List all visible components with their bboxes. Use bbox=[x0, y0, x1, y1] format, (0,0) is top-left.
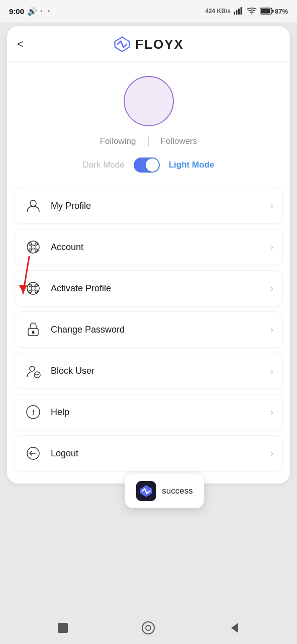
svg-marker-37 bbox=[231, 623, 238, 633]
menu-item-help[interactable]: ! Help › bbox=[14, 394, 283, 430]
svg-point-35 bbox=[142, 622, 154, 634]
change-password-label: Change Password bbox=[51, 325, 125, 335]
profile-section: Following Followers Dark Mode Light Mode bbox=[7, 62, 290, 188]
chevron-icon: › bbox=[270, 325, 273, 335]
toast-text: success bbox=[162, 486, 192, 496]
menu-item-account[interactable]: Account › bbox=[14, 229, 283, 265]
svg-point-14 bbox=[29, 249, 32, 252]
menu-item-logout[interactable]: Logout › bbox=[14, 435, 283, 471]
account-label: Account bbox=[51, 242, 83, 253]
lock-icon bbox=[24, 320, 43, 339]
svg-rect-3 bbox=[240, 7, 242, 15]
svg-rect-24 bbox=[33, 332, 34, 334]
svg-point-13 bbox=[35, 243, 38, 246]
chevron-icon: › bbox=[270, 407, 273, 418]
svg-point-18 bbox=[29, 284, 32, 287]
chevron-icon: › bbox=[270, 366, 273, 376]
followers-label[interactable]: Followers bbox=[149, 136, 210, 146]
svg-point-11 bbox=[31, 245, 35, 249]
battery-pct: 87% bbox=[275, 8, 288, 15]
chevron-icon: › bbox=[270, 242, 273, 253]
svg-point-15 bbox=[35, 249, 38, 252]
nav-back-button[interactable] bbox=[225, 619, 243, 637]
light-mode-label: Light Mode bbox=[169, 160, 215, 170]
battery-icon: 87% bbox=[260, 8, 288, 15]
menu-item-activate-profile[interactable]: Activate Profile › bbox=[14, 270, 283, 306]
menu-item-block-user[interactable]: Block User › bbox=[14, 353, 283, 389]
wifi-icon bbox=[247, 7, 257, 16]
block-user-label: Block User bbox=[51, 366, 94, 376]
chevron-icon: › bbox=[270, 448, 273, 459]
floyx-logo-icon bbox=[113, 35, 131, 53]
following-label[interactable]: Following bbox=[88, 136, 148, 146]
help-label: Help bbox=[51, 407, 69, 418]
svg-point-12 bbox=[29, 243, 32, 246]
mode-toggle-row: Dark Mode Light Mode bbox=[83, 157, 215, 173]
bottom-nav bbox=[0, 612, 297, 644]
page-wrapper: 9:00 🔊 · · 424 KB/s bbox=[0, 0, 297, 644]
status-dots: · · bbox=[40, 7, 51, 16]
toast-notification: success bbox=[125, 474, 204, 508]
menu-item-change-password[interactable]: Change Password › bbox=[14, 311, 283, 348]
block-user-icon bbox=[24, 361, 43, 380]
chevron-icon: › bbox=[270, 201, 273, 211]
mode-toggle-switch[interactable] bbox=[134, 157, 160, 173]
account-settings-icon bbox=[24, 237, 43, 257]
logo-container: FLOYX bbox=[113, 35, 184, 53]
status-icon: 🔊 bbox=[27, 7, 37, 16]
status-network: 424 KB/s bbox=[205, 8, 231, 15]
help-icon: ! bbox=[24, 403, 43, 422]
svg-rect-2 bbox=[238, 9, 240, 15]
chevron-icon: › bbox=[270, 283, 273, 294]
svg-rect-7 bbox=[272, 10, 273, 13]
svg-point-36 bbox=[146, 625, 151, 630]
back-button[interactable]: < bbox=[17, 38, 24, 51]
menu-list: My Profile › bbox=[7, 188, 290, 484]
main-card: < bbox=[7, 26, 290, 484]
svg-rect-0 bbox=[234, 12, 235, 15]
svg-rect-6 bbox=[260, 9, 270, 14]
avatar bbox=[124, 76, 174, 126]
app-title: FLOYX bbox=[135, 37, 184, 52]
my-profile-label: My Profile bbox=[51, 201, 91, 211]
person-icon bbox=[24, 196, 43, 215]
toggle-knob bbox=[146, 158, 159, 172]
app-header: < bbox=[7, 26, 290, 62]
activate-profile-label: Activate Profile bbox=[51, 283, 111, 294]
status-time: 9:00 bbox=[9, 7, 24, 16]
logout-label: Logout bbox=[51, 448, 78, 459]
svg-point-4 bbox=[251, 13, 252, 14]
svg-rect-34 bbox=[58, 623, 68, 633]
toast-app-icon bbox=[136, 481, 156, 501]
svg-rect-1 bbox=[236, 10, 237, 15]
follow-row: Following Followers bbox=[88, 136, 210, 146]
menu-item-my-profile[interactable]: My Profile › bbox=[14, 188, 283, 224]
svg-point-21 bbox=[35, 290, 38, 293]
dark-mode-label: Dark Mode bbox=[83, 160, 125, 170]
svg-text:!: ! bbox=[32, 409, 35, 417]
activate-profile-icon bbox=[24, 279, 43, 298]
nav-square-button[interactable] bbox=[54, 619, 72, 637]
signal-bars-icon bbox=[234, 7, 244, 16]
nav-home-button[interactable] bbox=[139, 619, 157, 637]
svg-point-20 bbox=[29, 290, 32, 293]
svg-point-17 bbox=[31, 286, 35, 290]
svg-point-19 bbox=[35, 284, 38, 287]
status-bar: 9:00 🔊 · · 424 KB/s bbox=[0, 0, 297, 22]
svg-point-9 bbox=[30, 200, 36, 206]
logout-icon bbox=[24, 444, 43, 463]
svg-point-25 bbox=[30, 366, 35, 371]
